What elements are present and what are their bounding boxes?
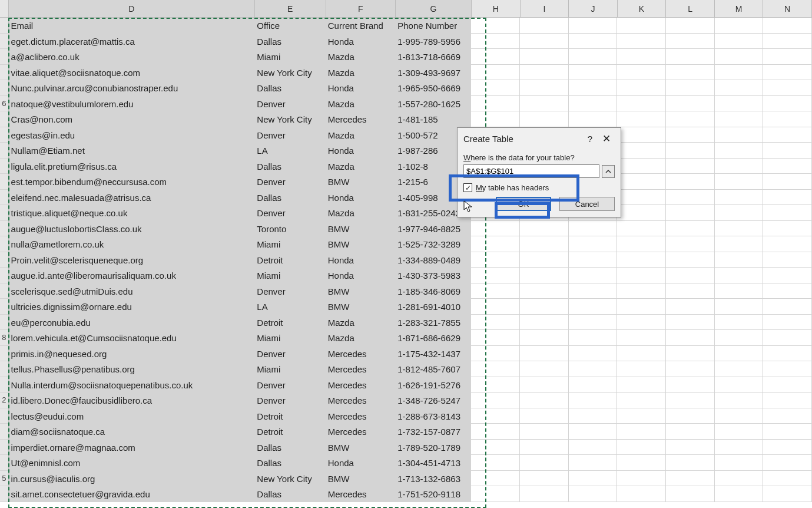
cell[interactable] bbox=[666, 455, 715, 470]
cell[interactable] bbox=[715, 330, 764, 345]
cell[interactable] bbox=[666, 471, 715, 486]
cell[interactable]: Mazda bbox=[326, 315, 396, 330]
cell[interactable] bbox=[569, 408, 618, 424]
cell[interactable] bbox=[763, 34, 812, 49]
cell[interactable]: Honda bbox=[326, 268, 396, 283]
row-number[interactable] bbox=[0, 143, 9, 158]
cell[interactable] bbox=[715, 96, 764, 111]
dialog-titlebar[interactable]: Create Table ? ✕ bbox=[458, 128, 621, 150]
cell[interactable] bbox=[666, 440, 715, 455]
cell[interactable]: diam@sociisnatoque.ca bbox=[9, 424, 255, 439]
cell[interactable]: lectus@eudui.com bbox=[9, 408, 255, 424]
cell[interactable] bbox=[715, 143, 764, 158]
header-cell-phone[interactable]: Phone Number bbox=[395, 18, 471, 33]
cell[interactable] bbox=[569, 80, 618, 95]
cell[interactable] bbox=[763, 236, 812, 252]
cell[interactable] bbox=[471, 315, 520, 330]
cell[interactable]: 1-288-673-8143 bbox=[395, 408, 471, 424]
cell[interactable] bbox=[569, 330, 618, 345]
cell[interactable]: imperdiet.ornare@magnaa.com bbox=[9, 440, 255, 455]
row-number[interactable] bbox=[0, 283, 9, 299]
cell[interactable] bbox=[666, 236, 715, 252]
cell[interactable] bbox=[763, 111, 812, 127]
cell[interactable] bbox=[569, 315, 618, 330]
cell[interactable] bbox=[471, 299, 520, 314]
cell[interactable] bbox=[666, 424, 715, 439]
row-number[interactable] bbox=[0, 408, 9, 424]
cell[interactable] bbox=[569, 268, 618, 283]
cell[interactable] bbox=[471, 236, 520, 252]
cell[interactable]: 1-871-686-6629 bbox=[395, 330, 471, 345]
cell[interactable] bbox=[763, 143, 812, 158]
cell[interactable] bbox=[763, 346, 812, 361]
cell[interactable] bbox=[617, 471, 666, 486]
headers-checkbox-row[interactable]: ✓ My table has headers bbox=[463, 182, 615, 196]
cell[interactable]: Mercedes bbox=[326, 361, 396, 377]
cell[interactable] bbox=[763, 440, 812, 455]
cell[interactable]: egestas@in.edu bbox=[9, 127, 255, 143]
cell[interactable] bbox=[715, 205, 764, 220]
help-icon[interactable]: ? bbox=[582, 134, 598, 144]
column-header-G[interactable]: G bbox=[396, 0, 472, 17]
cell[interactable]: Mercedes bbox=[326, 408, 396, 424]
cell[interactable] bbox=[666, 127, 715, 143]
column-header-H[interactable]: H bbox=[472, 0, 521, 17]
cell[interactable] bbox=[666, 408, 715, 424]
cell[interactable] bbox=[617, 440, 666, 455]
cell[interactable] bbox=[763, 299, 812, 314]
cell[interactable] bbox=[520, 440, 569, 455]
cell[interactable] bbox=[666, 111, 715, 127]
cell[interactable] bbox=[715, 268, 764, 283]
cell[interactable] bbox=[666, 96, 715, 111]
cell[interactable] bbox=[715, 236, 764, 252]
cell[interactable] bbox=[763, 127, 812, 143]
column-header-E[interactable]: E bbox=[255, 0, 326, 17]
cell[interactable] bbox=[763, 361, 812, 377]
cell[interactable] bbox=[471, 34, 520, 49]
cell[interactable] bbox=[666, 268, 715, 283]
cell[interactable] bbox=[471, 471, 520, 486]
cell[interactable]: Mazda bbox=[326, 330, 396, 345]
cell[interactable]: Mercedes bbox=[326, 486, 396, 502]
row-number[interactable]: 5 bbox=[0, 471, 9, 486]
cell[interactable]: Dallas bbox=[254, 34, 325, 49]
cell[interactable]: a@aclibero.co.uk bbox=[9, 49, 255, 64]
cell[interactable]: Mazda bbox=[326, 205, 396, 220]
cell[interactable]: 1-751-520-9118 bbox=[395, 486, 471, 502]
header-cell-email[interactable]: Email bbox=[9, 18, 255, 33]
cell[interactable] bbox=[715, 440, 764, 455]
row-number[interactable] bbox=[0, 127, 9, 143]
cell[interactable] bbox=[763, 471, 812, 486]
cell[interactable]: Dallas bbox=[254, 455, 325, 470]
cell[interactable]: 1-557-280-1625 bbox=[395, 96, 471, 111]
cell[interactable] bbox=[520, 283, 569, 299]
cell[interactable]: Dallas bbox=[254, 440, 325, 455]
cell[interactable] bbox=[569, 236, 618, 252]
cell[interactable] bbox=[715, 283, 764, 299]
cell[interactable] bbox=[715, 221, 764, 236]
cell[interactable] bbox=[617, 361, 666, 377]
cell[interactable] bbox=[520, 408, 569, 424]
cell[interactable]: Detroit bbox=[254, 408, 325, 424]
cell[interactable] bbox=[471, 65, 520, 80]
cell[interactable] bbox=[715, 80, 764, 95]
cell[interactable]: 1-334-889-0489 bbox=[395, 252, 471, 268]
cell[interactable]: tellus.Phasellus@penatibus.org bbox=[9, 361, 255, 377]
cell[interactable] bbox=[520, 268, 569, 283]
cell[interactable]: Denver bbox=[254, 127, 325, 143]
cell[interactable]: tristique.aliquet@neque.co.uk bbox=[9, 205, 255, 220]
cell[interactable] bbox=[520, 424, 569, 439]
cell[interactable]: 1-175-432-1437 bbox=[395, 346, 471, 361]
cell[interactable]: BMW bbox=[326, 221, 396, 236]
range-input[interactable] bbox=[463, 164, 599, 178]
cell[interactable]: Dallas bbox=[254, 80, 325, 95]
row-number[interactable] bbox=[0, 221, 9, 236]
row-number[interactable] bbox=[0, 455, 9, 470]
column-header-J[interactable]: J bbox=[569, 0, 618, 17]
cell[interactable]: ligula.elit.pretium@risus.ca bbox=[9, 159, 255, 174]
cell[interactable]: eleifend.nec.malesuada@atrisus.ca bbox=[9, 190, 255, 205]
cell[interactable]: New York City bbox=[254, 471, 325, 486]
cell[interactable] bbox=[666, 361, 715, 377]
column-header-I[interactable]: I bbox=[521, 0, 569, 17]
collapse-dialog-icon[interactable] bbox=[602, 165, 615, 178]
